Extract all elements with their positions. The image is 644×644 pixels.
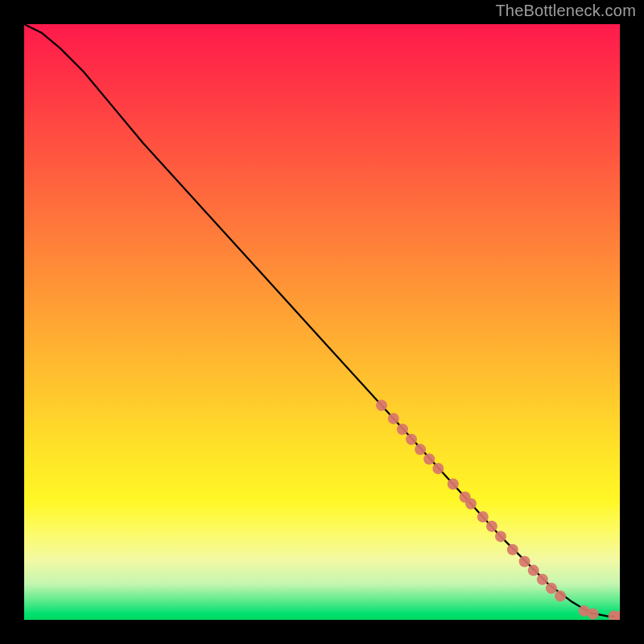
scatter-point xyxy=(495,530,506,542)
scatter-point xyxy=(555,590,566,601)
scatter-point xyxy=(465,498,477,510)
scatter-point xyxy=(376,400,387,411)
scatter-point xyxy=(415,444,426,455)
scatter-point xyxy=(519,555,530,567)
scatter-point xyxy=(546,583,557,594)
scatter-point xyxy=(448,478,459,489)
scatter-point xyxy=(588,609,599,620)
scatter-point xyxy=(397,423,408,435)
scatter-point xyxy=(537,574,548,585)
plot-area xyxy=(24,24,620,620)
attribution-label: TheBottleneck.com xyxy=(495,2,636,20)
scatter-point xyxy=(507,544,518,555)
scatter-point xyxy=(388,413,399,424)
scatter-point xyxy=(486,521,497,532)
scatter-point xyxy=(432,463,444,474)
scatter-point xyxy=(477,511,489,522)
scatter-markers xyxy=(376,400,620,620)
scatter-point xyxy=(406,434,417,445)
chart-frame: TheBottleneck.com xyxy=(0,0,644,644)
chart-overlay-svg xyxy=(24,24,620,620)
scatter-point xyxy=(423,453,435,464)
curve-line xyxy=(24,24,620,617)
scatter-point xyxy=(528,565,539,576)
